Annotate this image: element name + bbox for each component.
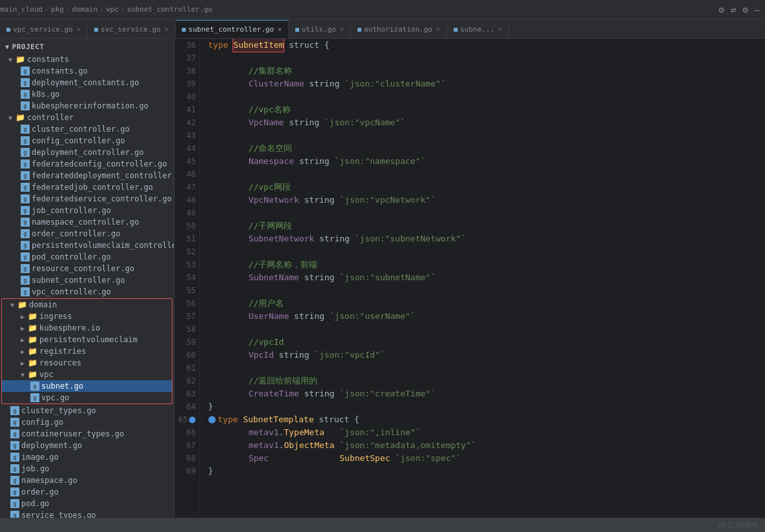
split-icon[interactable]: ⇄ [731,5,736,15]
code-text: } [208,465,213,478]
close-icon[interactable]: × [498,26,502,33]
folder-label: controller [27,113,74,122]
tag-value: `json:",inline"` [340,426,421,439]
close-icon[interactable]: × [278,26,282,33]
file-pod[interactable]: g pod.go [0,498,174,509]
code-line-52 [208,245,765,258]
file-federateddeployment-controller[interactable]: g federateddeployment_controller.go [0,170,174,181]
folder-registries[interactable]: ▶ 📁 registries [2,345,172,357]
settings-icon[interactable]: ⚙ [718,5,724,15]
file-kubesphereinfo[interactable]: g kubesphererinformation.go [0,100,174,112]
file-subnet-go[interactable]: g subnet.go [2,380,172,392]
code-text [335,271,340,284]
comment: //命名空间 [208,142,292,155]
status-bar: @51CTO博客 [0,518,765,532]
expand-icon: ▼ [5,56,16,63]
sidebar: ▼ Project ▼ 📁 constants g constants.go g… [0,39,174,518]
close-icon[interactable]: × [77,26,81,33]
file-resource-controller[interactable]: g resource_controller.go [0,263,174,274]
file-pvc-controller[interactable]: g persistentvolumeclaim_controller.go [0,240,174,251]
minimize-icon[interactable]: — [755,5,760,15]
config-icon[interactable]: ⚙ [742,5,748,15]
folder-label: persistentvolumeclaim [39,335,138,344]
close-icon[interactable]: × [165,26,169,33]
folder-kubesphere[interactable]: ▶ 📁 kubesphere.io [2,322,172,334]
go-file-icon: ■ [94,26,98,33]
code-text [299,194,304,207]
watermark: @51CTO博客 [718,520,759,530]
code-line-58 [208,323,765,336]
file-order[interactable]: g order.go [0,486,174,498]
file-pod-controller[interactable]: g pod_controller.go [0,251,174,263]
field-name: Namespace [249,155,294,168]
comment: //vpcId [208,336,284,349]
folder-resources[interactable]: ▶ 📁 resources [2,357,172,369]
file-federatedservice-controller[interactable]: g federatedservice_controller.go [0,193,174,205]
code-line-46 [208,168,765,181]
breadcrumb-sep: › [100,5,104,14]
file-label: constants.go [32,66,88,76]
code-content[interactable]: type SubnetItem struct { //集群名称 ClusterN… [200,39,765,518]
file-label: federatedjob_controller.go [32,183,153,192]
file-k8s[interactable]: g k8s.go [0,88,174,100]
go-file-icon: ■ [357,26,361,33]
file-image[interactable]: g image.go [0,451,174,463]
code-text [208,310,249,323]
folder-constants[interactable]: ▼ 📁 constants [0,54,174,65]
tab-svc-service[interactable]: ■ svc_service.go × [88,20,176,38]
file-service-types[interactable]: g service_types.go [0,509,174,518]
file-label: cluster_controller.go [32,125,130,134]
close-icon[interactable]: × [340,26,344,33]
file-label: subnet.go [41,382,83,391]
file-vpc-go[interactable]: g vpc.go [2,392,172,404]
tab-authorization[interactable]: ■ authorization.go × [351,20,447,38]
code-text [208,116,249,129]
folder-ingress[interactable]: ▶ 📁 ingress [2,311,172,322]
tabs-bar: ■ vpc_service.go × ■ svc_service.go × ■ … [0,19,765,39]
file-federatedconfig-controller[interactable]: g federatedconfig_controller.go [0,158,174,170]
arrow-icon: ▼ [5,43,10,50]
file-job-controller[interactable]: g job_controller.go [0,205,174,216]
file-subnet-controller[interactable]: g subnet_controller.go [0,274,174,286]
file-vpc-controller[interactable]: g vpc_controller.go [0,286,174,298]
type-keyword: string [289,116,319,129]
code-line-41: //vpc名称 [208,103,765,116]
folder-controller[interactable]: ▼ 📁 controller [0,112,174,123]
go-file-icon: g [21,66,30,76]
tab-subnet-controller[interactable]: ■ subnet_controller.go × [176,20,289,38]
code-text [324,426,339,439]
tab-utils[interactable]: ■ utils.go × [289,20,351,38]
folder-icon: 📁 [16,55,25,64]
file-namespace-controller[interactable]: g namespace_controller.go [0,216,174,228]
code-line-59: //vpcId [208,336,765,349]
folder-pvc[interactable]: ▶ 📁 persistentvolumeclaim [2,334,172,345]
code-editor[interactable]: 36 37 38 39 40 41 42 43 44 45 46 47 48 4… [174,39,765,518]
tab-vpc-service[interactable]: ■ vpc_service.go × [0,20,88,38]
tag-value: `json:"subnetName"` [340,271,436,284]
line-numbers: 36 37 38 39 40 41 42 43 44 45 46 47 48 4… [174,39,200,518]
project-header[interactable]: ▼ Project [0,40,174,54]
file-config-controller[interactable]: g config_controller.go [0,135,174,147]
file-label: vpc_controller.go [32,287,111,296]
file-constants-go[interactable]: g constants.go [0,65,174,77]
file-label: deployment_constants.go [32,78,139,87]
folder-vpc[interactable]: ▼ 📁 vpc [2,369,172,380]
file-order-controller[interactable]: g order_controller.go [0,228,174,240]
folder-domain[interactable]: ▼ 📁 domain [2,299,172,311]
project-label: Project [12,43,45,51]
file-job[interactable]: g job.go [0,463,174,475]
tab-subnet[interactable]: ■ subne... × [447,20,509,38]
file-federatedjob-controller[interactable]: g federatedjob_controller.go [0,181,174,193]
file-deployment-controller[interactable]: g deployment_controller.go [0,147,174,158]
file-namespace[interactable]: g namespace.go [0,475,174,486]
file-deployment[interactable]: g deployment.go [0,440,174,451]
file-cluster-types[interactable]: g cluster_types.go [0,405,174,416]
file-config[interactable]: g config.go [0,416,174,428]
breadcrumb-part: main_cloud [0,5,43,14]
file-cluster-controller[interactable]: g cluster_controller.go [0,123,174,135]
expand-icon: ▶ [17,348,28,355]
code-line-66: metav1.TypeMeta `json:",inline"` [208,426,765,439]
file-deployment-constants[interactable]: g deployment_constants.go [0,77,174,88]
close-icon[interactable]: × [436,26,440,33]
file-containeruser-types[interactable]: g containeruser_types.go [0,428,174,440]
